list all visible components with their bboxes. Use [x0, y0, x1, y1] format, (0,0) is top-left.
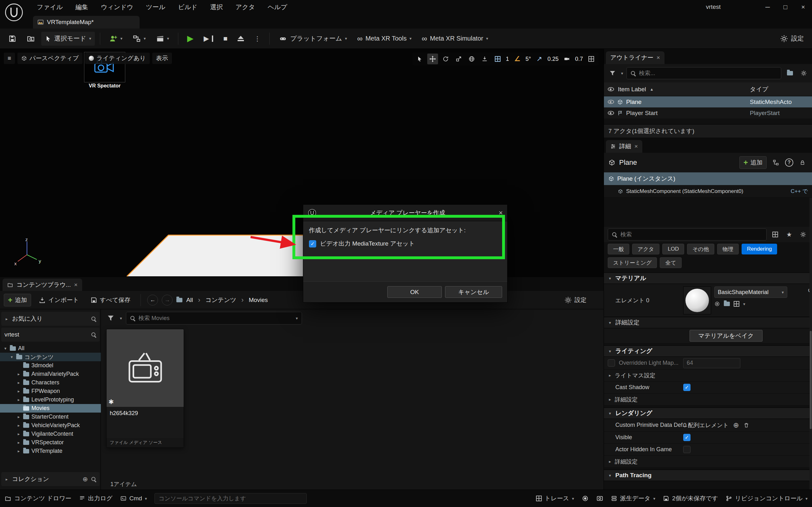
meta-xr-tools-dropdown[interactable]: ∞ Meta XR Tools ▾ — [353, 32, 415, 46]
menu-file[interactable]: ファイル — [31, 3, 69, 11]
section-material-advanced[interactable]: ▾詳細設定 — [604, 317, 812, 328]
rotation-snap-icon[interactable]: ∠ — [512, 54, 523, 64]
grid-snap-icon[interactable] — [492, 54, 503, 64]
add-element-icon[interactable]: ⊕ — [733, 421, 739, 429]
scale-snap-icon[interactable]: ↗ — [534, 54, 545, 64]
tree-item-vigilantecontent[interactable]: ▸VigilanteContent — [0, 430, 101, 438]
tree-item-vrtemplate[interactable]: ▸VRTemplate — [0, 447, 101, 455]
details-instance-row[interactable]: Plane (インスタンス) — [604, 172, 812, 185]
folder-icon[interactable] — [724, 302, 730, 306]
new-folder-icon[interactable] — [784, 68, 795, 78]
filter-streaming[interactable]: ストリーミング — [608, 257, 657, 268]
favorites-header[interactable]: ▸ お気に入り — [1, 312, 100, 326]
scale-snap-value[interactable]: 0.25 — [547, 56, 559, 62]
minimize-button[interactable]: ─ — [759, 0, 776, 14]
section-rendering[interactable]: ▾レンダリング — [604, 407, 812, 419]
chevron-down-icon[interactable]: ▾ — [743, 302, 745, 306]
filter-all[interactable]: 全て — [660, 257, 681, 268]
gear-icon[interactable] — [798, 68, 809, 78]
cast-shadow-checkbox[interactable]: ✓ — [683, 384, 691, 391]
grid-view-icon[interactable] — [770, 229, 780, 240]
gear-icon[interactable] — [798, 229, 809, 240]
filter-rendering[interactable]: Rendering — [742, 244, 777, 255]
lock-icon[interactable] — [797, 157, 808, 168]
tree-item-3dmodel[interactable]: 3dmodel — [0, 361, 101, 370]
back-button[interactable]: ← — [147, 295, 158, 305]
project-header[interactable]: vrtest — [1, 328, 100, 342]
section-material[interactable]: ▾マテリアル — [604, 273, 812, 284]
filter-actor[interactable]: アクタ — [632, 244, 659, 255]
menu-build[interactable]: ビルド — [171, 3, 204, 11]
camera-speed-value[interactable]: 0.7 — [574, 56, 583, 62]
add-component-button[interactable]: +追加 — [740, 156, 767, 169]
breadcrumb-all[interactable]: All — [186, 297, 193, 303]
outliner-row-player-start[interactable]: Player Start PlayerStart — [604, 107, 812, 118]
asset-search[interactable]: ▾ — [126, 312, 302, 325]
dialog-close-button[interactable]: × — [499, 209, 503, 217]
eject-button[interactable] — [234, 32, 248, 46]
menu-window[interactable]: ウィンドウ — [95, 3, 140, 11]
tree-item-all[interactable]: ▾All — [0, 344, 101, 353]
collections-header[interactable]: ▸ コレクション ⊕ — [1, 472, 100, 486]
lighting-advanced-row[interactable]: ▸詳細設定 — [604, 394, 812, 406]
asset-search-input[interactable] — [139, 315, 293, 322]
content-browser-tab[interactable]: コンテンツブラウ... × — [3, 279, 82, 291]
search-icon[interactable] — [91, 316, 96, 322]
actor-hidden-checkbox[interactable] — [683, 446, 691, 453]
camera-speed-icon[interactable] — [561, 54, 572, 64]
snapshot-icon[interactable] — [596, 495, 603, 502]
world-space-icon[interactable] — [466, 54, 477, 64]
menu-help[interactable]: ヘルプ — [261, 3, 293, 11]
trash-icon[interactable] — [744, 422, 749, 429]
breadcrumb-content[interactable]: コンテンツ — [206, 296, 236, 304]
surface-snap-icon[interactable] — [479, 54, 490, 64]
frame-skip-button[interactable]: ▶ — [200, 32, 217, 46]
lightmap-resolution-input[interactable] — [683, 358, 740, 368]
select-tool-icon[interactable] — [414, 54, 425, 64]
tab-vrtemplatemap[interactable]: VRTemplateMap* — [33, 16, 140, 29]
settings-button[interactable]: 設定 — [776, 32, 808, 46]
section-lighting[interactable]: ▾ライティング — [604, 345, 812, 357]
scale-tool-icon[interactable] — [453, 54, 464, 64]
column-type[interactable]: タイプ — [750, 85, 768, 94]
eye-icon[interactable] — [608, 87, 614, 91]
platforms-dropdown[interactable]: プラットフォーム ▾ — [275, 32, 351, 46]
lightmass-settings-row[interactable]: ▸ライトマス設定 — [604, 370, 812, 382]
column-item-label[interactable]: Item Label — [618, 86, 646, 93]
help-icon[interactable]: ? — [785, 158, 793, 167]
details-component-row[interactable]: StaticMeshComponent (StaticMeshComponent… — [604, 185, 812, 198]
outliner-search[interactable] — [626, 67, 781, 79]
outliner-search-input[interactable] — [639, 70, 777, 77]
tree-item-characters[interactable]: ▸Characters — [0, 378, 101, 387]
insights-icon[interactable] — [582, 495, 589, 502]
tree-item-vrspectator[interactable]: ▸VRSpectator — [0, 438, 101, 447]
perspective-dropdown[interactable]: パースペクティブ — [17, 53, 83, 64]
browse-button[interactable] — [23, 32, 39, 46]
close-button[interactable]: × — [794, 0, 812, 14]
level-viewport[interactable]: ≡ パースペクティブ ライティングあり 表示 VR Spectator 1 ∠ … — [0, 49, 604, 277]
filter-icon[interactable] — [105, 313, 116, 324]
material-dropdown[interactable]: BasicShapeMaterial ▾ — [714, 286, 787, 298]
save-all-button[interactable]: すべて保存 — [87, 294, 134, 306]
hierarchy-icon[interactable] — [770, 157, 781, 168]
bake-material-button[interactable]: マテリアルをベイク — [690, 330, 763, 342]
pattern-icon[interactable] — [734, 301, 740, 307]
add-button[interactable]: +追加 — [4, 294, 31, 306]
close-icon[interactable]: × — [635, 143, 638, 150]
filter-icon[interactable] — [607, 68, 618, 78]
cinematics-dropdown[interactable]: ▾ — [152, 32, 173, 46]
content-drawer-button[interactable]: コンテンツ ドロワー — [4, 494, 71, 503]
asset-h2654k329[interactable]: ✱ h2654k329 ファイル メディア ソース — [106, 329, 184, 448]
stop-button[interactable]: ■ — [219, 32, 231, 46]
cmd-dropdown[interactable]: Cmd ▾ — [120, 495, 147, 502]
overridden-lightmap-checkbox[interactable] — [608, 359, 615, 367]
add-actor-dropdown[interactable]: ▾ — [105, 32, 126, 46]
trace-dropdown[interactable]: トレース ▾ — [536, 494, 574, 503]
blueprints-dropdown[interactable]: ▾ — [129, 32, 150, 46]
outliner-row-plane[interactable]: Plane StaticMeshActo — [604, 96, 812, 107]
tree-item-content[interactable]: ▾コンテンツ — [0, 353, 101, 361]
material-thumbnail[interactable] — [683, 286, 711, 314]
play-button[interactable]: ▶ — [183, 32, 197, 46]
tree-item-vehiclevarietypack[interactable]: ▸VehicleVarietyPack — [0, 421, 101, 430]
lighting-mode-dropdown[interactable]: ライティングあり — [85, 53, 150, 64]
